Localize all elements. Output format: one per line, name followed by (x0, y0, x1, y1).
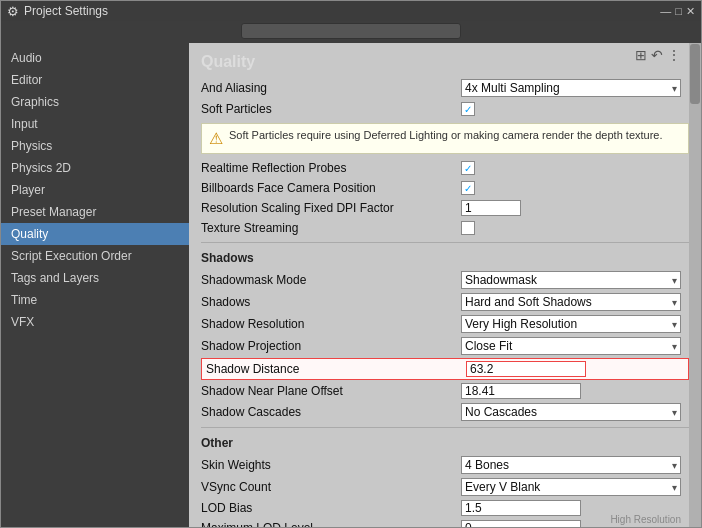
shadow-distance-label: Shadow Distance (206, 362, 466, 376)
skin-weights-dropdown[interactable]: 4 Bones ▾ (461, 456, 681, 474)
maximize-icon[interactable]: □ (675, 5, 682, 17)
shadowmask-dropdown[interactable]: Shadowmask ▾ (461, 271, 681, 289)
shadows-dropdown[interactable]: Hard and Soft Shadows ▾ (461, 293, 681, 311)
toolbar-icon-1[interactable]: ⊞ (635, 47, 647, 63)
sidebar-item-tags[interactable]: Tags and Layers (1, 267, 189, 289)
anti-aliasing-value: 4x Multi Sampling (465, 81, 560, 95)
row-resolution-scaling: Resolution Scaling Fixed DPI Factor (201, 198, 689, 218)
dropdown-arrow-shadows-icon: ▾ (672, 297, 677, 308)
content-toolbar: ⊞ ↶ ⋮ (635, 47, 681, 63)
resolution-scaling-label: Resolution Scaling Fixed DPI Factor (201, 201, 461, 215)
shadow-resolution-dropdown[interactable]: Very High Resolution ▾ (461, 315, 681, 333)
page-title: Quality (201, 49, 689, 71)
title-bar-left: ⚙ Project Settings (7, 4, 108, 19)
shadow-resolution-value: Very High Resolution (465, 317, 577, 331)
sidebar: Audio Editor Graphics Input Physics Phys… (1, 43, 189, 527)
warning-icon: ⚠ (209, 129, 223, 148)
sidebar-item-physics2d[interactable]: Physics 2D (1, 157, 189, 179)
info-box: ⚠ Soft Particles require using Deferred … (201, 123, 689, 154)
skin-weights-label: Skin Weights (201, 458, 461, 472)
dropdown-arrow-shadowmask-icon: ▾ (672, 275, 677, 286)
sidebar-item-input[interactable]: Input (1, 113, 189, 135)
sidebar-item-quality[interactable]: Quality (1, 223, 189, 245)
sidebar-item-vfx[interactable]: VFX (1, 311, 189, 333)
shadow-projection-dropdown[interactable]: Close Fit ▾ (461, 337, 681, 355)
lod-bias-input[interactable] (461, 500, 581, 516)
shadowmask-value: Shadowmask (465, 273, 537, 287)
title-bar-controls[interactable]: — □ ✕ (660, 5, 695, 18)
sidebar-item-editor[interactable]: Editor (1, 69, 189, 91)
realtime-reflection-checkbox[interactable] (461, 161, 475, 175)
skin-weights-value: 4 Bones (465, 458, 509, 472)
shadows-label: Shadows (201, 295, 461, 309)
scrollbar[interactable] (689, 43, 701, 527)
resolution-scaling-input[interactable] (461, 200, 521, 216)
row-skin-weights: Skin Weights 4 Bones ▾ (201, 454, 689, 476)
shadows-section-title: Shadows (201, 251, 689, 265)
shadows-value: Hard and Soft Shadows (465, 295, 592, 309)
shadow-distance-input[interactable] (466, 361, 586, 377)
texture-streaming-checkbox[interactable] (461, 221, 475, 235)
shadow-cascades-value: No Cascades (465, 405, 537, 419)
billboards-checkbox[interactable] (461, 181, 475, 195)
shadow-near-label: Shadow Near Plane Offset (201, 384, 461, 398)
soft-particles-label: Soft Particles (201, 102, 461, 116)
shadow-cascades-label: Shadow Cascades (201, 405, 461, 419)
search-bar (1, 21, 701, 43)
window-icon: ⚙ (7, 4, 19, 19)
dropdown-arrow-skin-icon: ▾ (672, 460, 677, 471)
sidebar-item-physics[interactable]: Physics (1, 135, 189, 157)
row-realtime-reflection: Realtime Reflection Probes (201, 158, 689, 178)
main-panel: Audio Editor Graphics Input Physics Phys… (1, 43, 701, 527)
top-bar (1, 21, 701, 43)
window: ⚙ Project Settings — □ ✕ Audio Editor Gr… (0, 0, 702, 528)
sidebar-item-script[interactable]: Script Execution Order (1, 245, 189, 267)
divider-1 (201, 242, 689, 243)
row-anti-aliasing: And Aliasing 4x Multi Sampling ▾ (201, 77, 689, 99)
dropdown-arrow-resolution-icon: ▾ (672, 319, 677, 330)
anti-aliasing-dropdown[interactable]: 4x Multi Sampling ▾ (461, 79, 681, 97)
texture-streaming-label: Texture Streaming (201, 221, 461, 235)
soft-particles-checkbox[interactable] (461, 102, 475, 116)
shadowmask-label: Shadowmask Mode (201, 273, 461, 287)
sidebar-item-player[interactable]: Player (1, 179, 189, 201)
max-lod-input[interactable] (461, 520, 581, 527)
other-section-title: Other (201, 436, 689, 450)
info-text: Soft Particles require using Deferred Li… (229, 129, 663, 141)
toolbar-icon-3[interactable]: ⋮ (667, 47, 681, 63)
row-vsync: VSync Count Every V Blank ▾ (201, 476, 689, 498)
vsync-value: Every V Blank (465, 480, 540, 494)
row-soft-particles: Soft Particles (201, 99, 689, 119)
search-input[interactable] (241, 23, 461, 39)
row-shadow-cascades: Shadow Cascades No Cascades ▾ (201, 401, 689, 423)
max-lod-label: Maximum LOD Level (201, 521, 461, 527)
sidebar-item-audio[interactable]: Audio (1, 47, 189, 69)
window-title: Project Settings (24, 4, 108, 18)
sidebar-item-preset[interactable]: Preset Manager (1, 201, 189, 223)
title-bar: ⚙ Project Settings — □ ✕ (1, 1, 701, 21)
lod-bias-label: LOD Bias (201, 501, 461, 515)
row-shadow-projection: Shadow Projection Close Fit ▾ (201, 335, 689, 357)
shadow-projection-label: Shadow Projection (201, 339, 461, 353)
toolbar-icon-2[interactable]: ↶ (651, 47, 663, 63)
sidebar-item-graphics[interactable]: Graphics (1, 91, 189, 113)
minimize-icon[interactable]: — (660, 5, 671, 17)
shadow-projection-value: Close Fit (465, 339, 512, 353)
billboards-label: Billboards Face Camera Position (201, 181, 461, 195)
dropdown-arrow-cascades-icon: ▾ (672, 407, 677, 418)
shadow-near-input[interactable] (461, 383, 581, 399)
watermark-note: High Resolution (610, 514, 681, 525)
vsync-label: VSync Count (201, 480, 461, 494)
close-icon[interactable]: ✕ (686, 5, 695, 18)
sidebar-item-time[interactable]: Time (1, 289, 189, 311)
shadow-cascades-dropdown[interactable]: No Cascades ▾ (461, 403, 681, 421)
row-shadow-near: Shadow Near Plane Offset (201, 381, 689, 401)
dropdown-arrow-icon: ▾ (672, 83, 677, 94)
vsync-dropdown[interactable]: Every V Blank ▾ (461, 478, 681, 496)
row-shadows: Shadows Hard and Soft Shadows ▾ (201, 291, 689, 313)
dropdown-arrow-projection-icon: ▾ (672, 341, 677, 352)
content-area: ⊞ ↶ ⋮ Quality And Aliasing 4x Multi Samp… (189, 43, 701, 527)
divider-2 (201, 427, 689, 428)
scrollbar-thumb[interactable] (690, 44, 700, 104)
shadow-resolution-label: Shadow Resolution (201, 317, 461, 331)
